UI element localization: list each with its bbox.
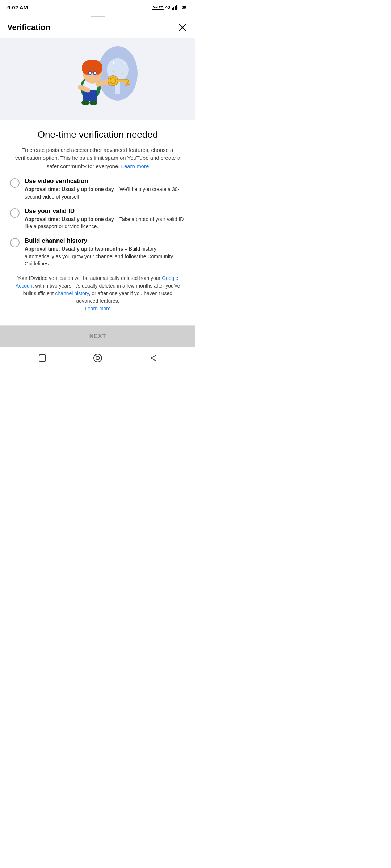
svg-marker-40 [151, 355, 156, 361]
svg-point-19 [81, 100, 89, 105]
option-history-desc: Approval time: Usually up to two months … [25, 245, 185, 267]
main-heading: One-time verification needed [10, 129, 185, 141]
status-icons: VoLTE 4G 38 [152, 5, 188, 10]
radio-id[interactable] [10, 208, 20, 218]
option-id-content: Use your valid ID Approval time: Usually… [25, 208, 185, 230]
svg-text:✦: ✦ [123, 62, 126, 66]
bottom-nav [0, 347, 196, 369]
svg-rect-33 [117, 80, 129, 82]
radio-history[interactable] [10, 238, 20, 247]
svg-rect-1 [173, 7, 174, 10]
square-icon [38, 354, 47, 362]
battery-indicator: 38 [180, 5, 188, 10]
status-time: 9:02 AM [7, 4, 28, 10]
option-id-desc: Approval time: Usually up to one day – T… [25, 216, 185, 230]
volte-icon: VoLTE [152, 5, 164, 10]
svg-text:✦: ✦ [121, 72, 123, 75]
back-triangle-icon [149, 354, 157, 362]
option-history-content: Build channel history Approval time: Usu… [25, 237, 185, 267]
svg-point-38 [94, 354, 102, 362]
radio-video[interactable] [10, 178, 20, 188]
svg-rect-35 [128, 82, 130, 85]
svg-text:✦: ✦ [112, 71, 114, 73]
svg-point-29 [94, 75, 98, 77]
footer-note: Your ID/video verification will be autom… [10, 275, 185, 312]
svg-rect-0 [172, 8, 173, 10]
next-button-container: NEXT [0, 326, 196, 347]
next-button[interactable]: NEXT [0, 326, 196, 347]
svg-text:✦: ✦ [118, 56, 120, 60]
page-title: Verification [7, 23, 50, 32]
close-button[interactable] [177, 22, 188, 33]
illustration-area: ✦ ✦ ✦ ✦ ✦ [0, 38, 196, 120]
options-list: Use video verification Approval time: Us… [10, 178, 185, 267]
top-bar: Verification [0, 19, 196, 38]
network-icon: 4G [165, 5, 170, 9]
nav-square-button[interactable] [37, 352, 48, 364]
option-id[interactable]: Use your valid ID Approval time: Usually… [10, 208, 185, 230]
nav-back-button[interactable] [147, 352, 159, 364]
option-video-title: Use video verification [25, 178, 185, 185]
intro-learn-more-link[interactable]: Learn more [121, 163, 149, 169]
option-history[interactable]: Build channel history Approval time: Usu… [10, 237, 185, 267]
svg-rect-37 [39, 355, 46, 361]
option-video-desc: Approval time: Usually up to one day – W… [25, 186, 185, 200]
intro-paragraph: To create posts and access other advance… [10, 146, 185, 171]
svg-text:✦: ✦ [112, 60, 115, 65]
svg-point-31 [108, 76, 118, 86]
svg-point-27 [89, 72, 91, 74]
svg-rect-3 [176, 5, 177, 10]
circle-icon [93, 353, 103, 363]
signal-icon [172, 5, 178, 10]
channel-history-link[interactable]: channel history [55, 290, 89, 296]
option-video[interactable]: Use video verification Approval time: Us… [10, 178, 185, 200]
main-content: One-time verification needed To create p… [0, 120, 196, 326]
verification-illustration: ✦ ✦ ✦ ✦ ✦ [51, 46, 145, 111]
svg-rect-2 [175, 6, 176, 10]
option-id-title: Use your valid ID [25, 208, 185, 215]
nav-home-button[interactable] [92, 352, 104, 364]
handle-bar [91, 16, 105, 17]
svg-point-39 [96, 356, 100, 360]
option-history-title: Build channel history [25, 237, 185, 244]
svg-point-28 [94, 72, 96, 74]
svg-point-20 [89, 100, 97, 105]
footer-learn-more-link[interactable]: Learn more [85, 306, 111, 311]
status-bar: 9:02 AM VoLTE 4G 38 [0, 0, 196, 13]
pull-handle [0, 13, 196, 19]
close-icon [178, 23, 187, 32]
option-video-content: Use video verification Approval time: Us… [25, 178, 185, 200]
svg-rect-34 [125, 82, 127, 85]
